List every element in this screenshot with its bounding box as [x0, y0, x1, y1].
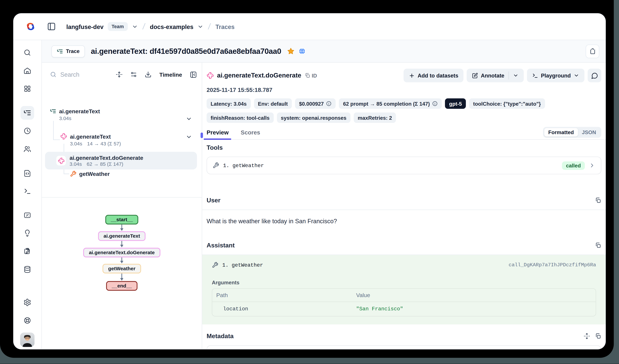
copy-icon[interactable]: [595, 333, 601, 339]
users-icon[interactable]: [21, 142, 34, 156]
timeline-toggle[interactable]: Timeline: [159, 71, 182, 78]
delete-trace-button[interactable]: [586, 44, 599, 58]
annotation-queue-icon[interactable]: [21, 245, 34, 258]
scores-percent-icon[interactable]: [21, 208, 34, 222]
chevron-down-icon: [574, 73, 579, 78]
observation-header: ai.generateText.doGenerate ID Add to dat…: [202, 67, 606, 83]
trace-tree-panel: Timeline: [42, 63, 202, 349]
graph-arrow-icon: [119, 273, 125, 281]
dashboard-icon[interactable]: [21, 82, 34, 95]
support-lifebuoy-icon[interactable]: [21, 314, 34, 327]
breadcrumb-org[interactable]: langfuse-dev: [66, 23, 103, 30]
add-to-datasets-button[interactable]: Add to datasets: [404, 69, 464, 82]
tree-row-getweather[interactable]: getWeather: [42, 171, 202, 177]
tool-name: 1. getWeather: [223, 162, 264, 168]
tool-wrench-icon: [70, 171, 76, 177]
collapse-all-icon[interactable]: [116, 71, 123, 78]
chevron-right-icon[interactable]: [589, 162, 595, 169]
user-message: What is the weather like today in San Fr…: [207, 218, 601, 224]
tool-definition-row[interactable]: 1. getWeather called: [207, 157, 601, 174]
playground-button[interactable]: Playground: [527, 69, 584, 82]
arguments-path-header: Path: [216, 292, 356, 298]
graph-node-start[interactable]: __start__: [105, 215, 139, 224]
app-window: langfuse-dev Team / docs-examples / Trac…: [13, 13, 606, 349]
copy-icon[interactable]: [595, 197, 601, 204]
tree-node-label: ai.generateText: [70, 133, 111, 140]
breadcrumb: langfuse-dev Team / docs-examples / Trac…: [66, 22, 235, 31]
tool-wrench-icon: [213, 162, 219, 169]
chevron-down-icon[interactable]: [186, 116, 192, 122]
chevron-down-icon[interactable]: [186, 134, 192, 140]
graph-node-end[interactable]: __end__: [106, 281, 137, 291]
terminal-icon: [532, 73, 538, 79]
generation-fan-icon: [56, 156, 66, 165]
graph-arrow-icon: [119, 224, 125, 231]
user-section-heading: User: [207, 197, 601, 204]
langfuse-logo-icon: [25, 21, 36, 32]
generation-fan-icon: [60, 133, 67, 140]
plus-icon: [409, 73, 415, 79]
model-badge[interactable]: gpt-5: [445, 98, 466, 109]
screenshot-stage: langfuse-dev Team / docs-examples / Trac…: [0, 0, 619, 364]
section-divider: [202, 210, 606, 210]
breadcrumb-project[interactable]: docs-examples: [150, 23, 194, 30]
prompts-icon[interactable]: [21, 166, 34, 180]
tool-wrench-icon: [212, 262, 218, 268]
expand-vertical-icon[interactable]: [584, 333, 590, 339]
evaluator-lightbulb-icon[interactable]: [21, 227, 34, 240]
datasets-database-icon[interactable]: [21, 263, 34, 276]
cost-badge[interactable]: $0.000927: [295, 98, 336, 109]
org-chevron-down-icon[interactable]: [132, 24, 138, 29]
graph-node-dogenerate[interactable]: ai.generateText.doGenerate: [83, 248, 160, 257]
generation-fan-icon: [207, 72, 214, 79]
env-badge: Env: default: [254, 98, 292, 109]
user-avatar[interactable]: [20, 333, 34, 347]
tab-preview[interactable]: Preview: [207, 129, 229, 136]
tree-node-label: getWeather: [79, 171, 110, 177]
toggle-formatted[interactable]: Formatted: [544, 128, 578, 136]
annotate-split-button[interactable]: Annotate: [467, 69, 524, 82]
sidebar-toggle-icon[interactable]: [47, 22, 56, 31]
observation-title: ai.generateText.doGenerate: [217, 72, 301, 79]
tree-row-generation[interactable]: ai.generateText 3.04s 14 → 43 (Σ 57): [42, 133, 202, 147]
graph-node-getweather[interactable]: getWeather: [102, 264, 141, 273]
playground-terminal-icon[interactable]: [21, 184, 34, 198]
tree-node-tokens: 62 → 85 (Σ 147): [87, 161, 123, 167]
copy-icon[interactable]: [595, 242, 601, 249]
search-input[interactable]: [60, 71, 105, 78]
panel-resize-handle[interactable]: [201, 133, 203, 138]
collapse-panel-icon[interactable]: [190, 71, 197, 78]
public-globe-icon[interactable]: [298, 47, 306, 55]
toggle-json[interactable]: JSON: [578, 128, 600, 136]
arguments-value-header: Value: [356, 292, 592, 298]
comments-button[interactable]: [588, 69, 601, 82]
preview-content[interactable]: Tools 1. getWeather called: [202, 140, 606, 350]
home-icon[interactable]: [21, 64, 34, 78]
display-settings-icon[interactable]: [130, 71, 137, 78]
metadata-section-heading: Metadata: [207, 333, 601, 340]
trace-tree-icon: [50, 108, 56, 114]
observation-detail-panel: ai.generateText.doGenerate ID Add to dat…: [202, 63, 606, 349]
trace-header-bar: Trace ai.generateText: df41e597d0a85e0d7…: [42, 40, 606, 63]
tree-toolbar: Timeline: [42, 63, 202, 86]
nav-rail: [13, 40, 42, 349]
token-usage-badge[interactable]: 62 prompt → 85 completion (Σ 147): [339, 98, 442, 109]
tree-row-selected-dogenerate[interactable]: ai.generateText.doGenerate 3.04s 62 → 85…: [45, 152, 197, 170]
breadcrumb-separator: /: [141, 22, 147, 31]
project-chevron-down-icon[interactable]: [197, 24, 203, 29]
settings-gear-icon[interactable]: [21, 296, 34, 309]
search-icon[interactable]: [21, 46, 34, 59]
sessions-clock-icon[interactable]: [21, 124, 34, 138]
download-icon[interactable]: [145, 71, 152, 78]
trace-badge-label: Trace: [66, 48, 80, 54]
latency-badge: Latency: 3.04s: [207, 98, 251, 109]
copy-id-button[interactable]: ID: [305, 73, 317, 79]
argument-path: location: [216, 306, 356, 312]
search-input-wrap: [50, 71, 109, 78]
bookmark-star-icon[interactable]: [287, 47, 295, 55]
graph-node-generatetext[interactable]: ai.generateText: [98, 231, 146, 241]
breadcrumb-section[interactable]: Traces: [215, 23, 235, 30]
tracing-icon[interactable]: [21, 106, 34, 120]
tree-row-trace-root[interactable]: ai.generateText 3.04s: [42, 108, 202, 121]
tab-scores[interactable]: Scores: [241, 129, 260, 136]
